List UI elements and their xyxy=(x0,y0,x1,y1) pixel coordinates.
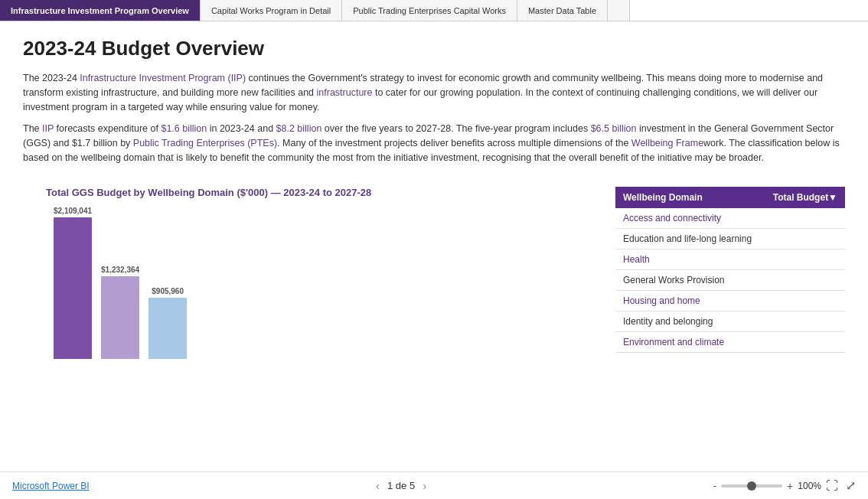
tab-extra[interactable] xyxy=(608,0,630,21)
main-content: 2023-24 Budget Overview The 2023-24 Infr… xyxy=(0,21,868,471)
chart-area: Total GGS Budget by Wellbeing Domain ($'… xyxy=(23,187,600,472)
tab-public-trading-label: Public Trading Enterprises Capital Works xyxy=(353,6,506,15)
bottom-icons: ⛶ ⤢ xyxy=(826,478,856,493)
domain-education: Education and life-long learning xyxy=(615,228,763,249)
zoom-handle xyxy=(747,481,756,491)
table-row: Health xyxy=(615,249,845,269)
bar-group-2: $1,232,364 xyxy=(101,266,139,359)
tab-bar: Infrastructure Investment Program Overvi… xyxy=(0,0,868,21)
wellbeing-table: Wellbeing Domain Total Budget▼ Access an… xyxy=(615,187,845,353)
table-row: Environment and climate xyxy=(615,331,845,352)
power-bi-link[interactable]: Microsoft Power BI xyxy=(12,481,90,491)
page-prev-arrow[interactable]: ‹ xyxy=(376,479,380,492)
domain-housing: Housing and home xyxy=(615,290,763,311)
intro-paragraph-1: The 2023-24 Infrastructure Investment Pr… xyxy=(23,71,845,114)
bar-label-1: $2,109,041 xyxy=(54,207,92,215)
table-row: Education and life-long learning xyxy=(615,228,845,249)
intro-paragraph-2: The IIP forecasts expenditure of $1.6 bi… xyxy=(23,122,845,165)
bar-1 xyxy=(54,217,92,359)
domain-access: Access and connectivity xyxy=(615,208,763,229)
zoom-percent: 100% xyxy=(798,481,821,491)
table-section: Wellbeing Domain Total Budget▼ Access an… xyxy=(615,187,845,472)
bar-3 xyxy=(148,298,187,359)
domain-identity: Identity and belonging xyxy=(615,311,763,331)
tab-capital-works-label: Capital Works Program in Detail xyxy=(211,6,331,15)
budget-housing xyxy=(763,290,845,311)
col-domain-header[interactable]: Wellbeing Domain xyxy=(615,187,763,208)
bar-chart: $2,109,041 $1,232,364 $905,960 xyxy=(23,206,187,359)
bottom-bar: Microsoft Power BI ‹ 1 de 5 › - + 100% ⛶… xyxy=(0,471,868,499)
zoom-bar: - + 100% ⛶ ⤢ xyxy=(713,478,856,493)
table-row: General Works Provision xyxy=(615,269,845,290)
page-next-arrow[interactable]: › xyxy=(423,479,426,492)
budget-access xyxy=(763,208,845,229)
chart-section: Total GGS Budget by Wellbeing Domain ($'… xyxy=(23,187,845,472)
zoom-minus[interactable]: - xyxy=(713,480,716,492)
fullscreen-icon[interactable]: ⛶ xyxy=(826,479,838,493)
domain-health: Health xyxy=(615,249,763,269)
tab-master-data-label: Master Data Table xyxy=(528,6,596,15)
col-budget-header[interactable]: Total Budget▼ xyxy=(763,187,845,208)
budget-general xyxy=(763,269,845,290)
domain-environment: Environment and climate xyxy=(615,331,763,352)
pagination: ‹ 1 de 5 › xyxy=(376,479,426,492)
budget-health xyxy=(763,249,845,269)
page-title: 2023-24 Budget Overview xyxy=(23,37,845,60)
domain-general: General Works Provision xyxy=(615,269,763,290)
budget-identity xyxy=(763,311,845,331)
zoom-plus[interactable]: + xyxy=(787,480,793,492)
page-indicator: 1 de 5 xyxy=(387,480,415,491)
table-header-row: Wellbeing Domain Total Budget▼ xyxy=(615,187,845,208)
bar-group-3: $905,960 xyxy=(148,287,187,359)
tab-capital-works[interactable]: Capital Works Program in Detail xyxy=(201,0,342,21)
tab-infrastructure[interactable]: Infrastructure Investment Program Overvi… xyxy=(0,0,201,21)
budget-environment xyxy=(763,331,845,352)
tab-public-trading[interactable]: Public Trading Enterprises Capital Works xyxy=(342,0,517,21)
table-row: Housing and home xyxy=(615,290,845,311)
bar-label-2: $1,232,364 xyxy=(101,266,139,274)
table-row: Identity and belonging xyxy=(615,311,845,331)
bar-label-3: $905,960 xyxy=(152,287,184,295)
table-row: Access and connectivity xyxy=(615,208,845,229)
chart-title: Total GGS Budget by Wellbeing Domain ($'… xyxy=(46,187,371,198)
tab-infrastructure-label: Infrastructure Investment Program Overvi… xyxy=(11,6,189,15)
tab-master-data[interactable]: Master Data Table xyxy=(517,0,608,21)
budget-education xyxy=(763,228,845,249)
bar-2 xyxy=(101,276,139,359)
expand-icon[interactable]: ⤢ xyxy=(846,478,856,493)
zoom-slider[interactable] xyxy=(721,484,782,488)
bar-group-1: $2,109,041 xyxy=(54,207,92,359)
